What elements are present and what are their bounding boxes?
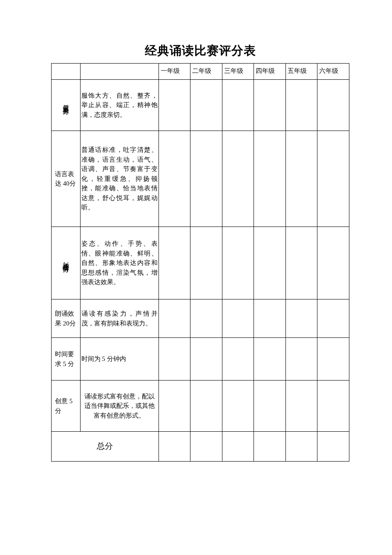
criteria-desc: 服饰大方、自然、整齐，举止从容、端正，精神饱满，态度亲切。	[80, 80, 159, 131]
score-cell	[254, 338, 286, 381]
score-cell	[222, 227, 254, 299]
category-cell: 创意 5分	[52, 381, 81, 432]
score-cell	[222, 80, 254, 131]
header-grade-5: 五年级	[285, 64, 317, 80]
score-cell	[159, 80, 190, 131]
score-cell	[159, 299, 190, 338]
total-cell	[317, 432, 349, 462]
table-row: 语言表达 40分 普通话标准，吐字清楚、准确，语言生动，语气、语调、声音、节奏富…	[52, 131, 349, 227]
score-cell	[159, 131, 190, 227]
category-label-vertical: 仪形表象分10	[61, 100, 70, 110]
score-cell	[190, 80, 222, 131]
total-label: 总分	[52, 432, 159, 462]
score-cell	[222, 381, 254, 432]
score-cell	[159, 227, 190, 299]
total-cell	[222, 432, 254, 462]
criteria-desc: 时间为 5 分钟内	[80, 338, 159, 381]
page-title: 经典诵读比赛评分表	[51, 43, 349, 59]
score-table: 一年级 二年级 三年级 四年级 五年级 六年级 仪形表象分10 服饰大方、自然、…	[51, 63, 349, 462]
score-cell	[254, 131, 286, 227]
category-label-vertical: 神态势情分20	[61, 258, 70, 268]
category-cell: 神态势情分20	[52, 227, 81, 299]
score-cell	[285, 299, 317, 338]
score-cell	[285, 131, 317, 227]
score-cell	[254, 381, 286, 432]
table-row: 时间要求 5 分 时间为 5 分钟内	[52, 338, 349, 381]
criteria-desc: 诵读形式富有创意，配以适当伴舞或配乐，或其他富有创意的形式。	[80, 381, 159, 432]
table-row: 仪形表象分10 服饰大方、自然、整齐，举止从容、端正，精神饱满，态度亲切。	[52, 80, 349, 131]
table-header-row: 一年级 二年级 三年级 四年级 五年级 六年级	[52, 64, 349, 80]
table-row: 朗诵效果 20分 诵读有感染力，声情并茂，富有韵味和表现力。	[52, 299, 349, 338]
category-cell: 时间要求 5 分	[52, 338, 81, 381]
score-cell	[254, 299, 286, 338]
score-cell	[190, 227, 222, 299]
header-grade-2: 二年级	[190, 64, 222, 80]
total-cell	[285, 432, 317, 462]
table-row: 创意 5分 诵读形式富有创意，配以适当伴舞或配乐，或其他富有创意的形式。	[52, 381, 349, 432]
header-blank-2	[80, 64, 159, 80]
category-cell: 语言表达 40分	[52, 131, 81, 227]
category-cell: 朗诵效果 20分	[52, 299, 81, 338]
score-cell	[317, 381, 349, 432]
score-cell	[285, 338, 317, 381]
score-cell	[285, 227, 317, 299]
category-cell: 仪形表象分10	[52, 80, 81, 131]
table-total-row: 总分	[52, 432, 349, 462]
score-cell	[190, 299, 222, 338]
score-cell	[222, 338, 254, 381]
header-grade-4: 四年级	[254, 64, 286, 80]
score-cell	[222, 299, 254, 338]
criteria-desc: 姿态、动作、手势、表情、眼神能准确、鲜明、自然、形象地表达内容和思想感情，渲染气…	[80, 227, 159, 299]
header-grade-1: 一年级	[159, 64, 190, 80]
table-row: 神态势情分20 姿态、动作、手势、表情、眼神能准确、鲜明、自然、形象地表达内容和…	[52, 227, 349, 299]
criteria-desc: 诵读有感染力，声情并茂，富有韵味和表现力。	[80, 299, 159, 338]
score-cell	[317, 227, 349, 299]
score-cell	[159, 381, 190, 432]
header-blank-1	[52, 64, 81, 80]
header-grade-6: 六年级	[317, 64, 349, 80]
score-cell	[254, 80, 286, 131]
score-cell	[317, 131, 349, 227]
score-cell	[222, 131, 254, 227]
score-cell	[190, 381, 222, 432]
total-cell	[190, 432, 222, 462]
criteria-desc: 普通话标准，吐字清楚、准确，语言生动，语气、语调、声音、节奏富于变化，轻重缓急、…	[80, 131, 159, 227]
score-cell	[190, 131, 222, 227]
score-cell	[317, 80, 349, 131]
score-cell	[159, 338, 190, 381]
score-cell	[285, 80, 317, 131]
score-cell	[285, 381, 317, 432]
total-cell	[159, 432, 190, 462]
score-cell	[317, 299, 349, 338]
total-cell	[254, 432, 286, 462]
score-cell	[254, 227, 286, 299]
score-cell	[317, 338, 349, 381]
header-grade-3: 三年级	[222, 64, 254, 80]
score-cell	[190, 338, 222, 381]
